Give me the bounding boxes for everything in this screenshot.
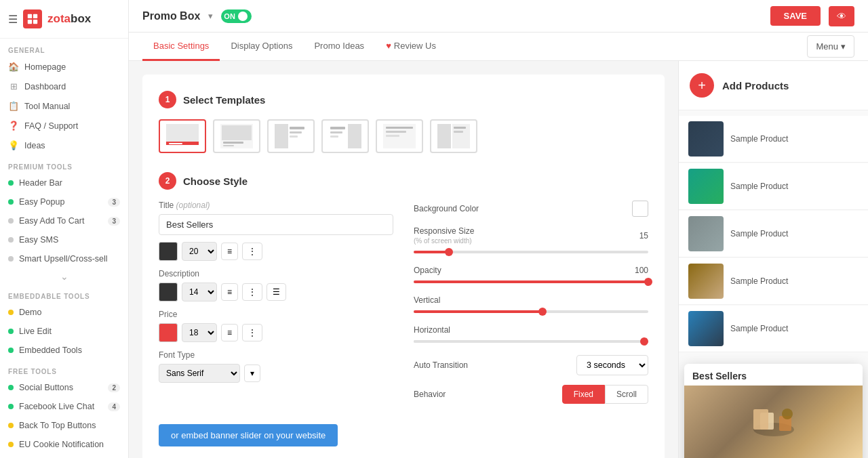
main-panel: 1 Select Templates — [129, 61, 678, 458]
template-5[interactable] — [376, 119, 423, 153]
dot-icon — [8, 199, 14, 205]
optional-label: (optional) — [176, 201, 210, 210]
svg-rect-6 — [169, 143, 182, 144]
desc-color-swatch[interactable] — [159, 283, 178, 301]
sidebar-item-label: Facebook Live Chat — [19, 402, 94, 411]
font-dropdown-btn[interactable]: ▾ — [244, 365, 260, 382]
price-font-size-select[interactable]: 18 — [182, 323, 217, 342]
sidebar-item-easy-popup[interactable]: Easy Popup3 — [0, 192, 128, 211]
two-column-layout: Title (optional) 20 ≡ ⋮ Description — [159, 201, 648, 413]
title-font-size-select[interactable]: 20 — [182, 242, 217, 261]
toggle-on[interactable]: ON — [221, 9, 252, 23]
font-type-select[interactable]: Sans Serif — [159, 364, 240, 383]
svg-rect-9 — [223, 142, 243, 144]
dropdown-arrow-icon[interactable]: ▾ — [208, 11, 213, 21]
see-more[interactable]: ⌄ — [0, 268, 128, 285]
chevron-down-icon: ⌄ — [60, 271, 68, 282]
sidebar-item-eu-cookie[interactable]: EU Cookie Notification — [0, 435, 128, 454]
desc-align-more-btn[interactable]: ⋮ — [242, 283, 262, 301]
menu-button[interactable]: Menu ▾ — [807, 35, 854, 58]
tab-promo-ideas[interactable]: Promo Ideas — [303, 33, 375, 61]
svg-rect-25 — [454, 127, 466, 129]
desc-align-left-btn[interactable]: ≡ — [221, 283, 238, 301]
tab-review-us[interactable]: ♥Review Us — [375, 33, 447, 61]
title-input[interactable] — [159, 214, 393, 235]
price-align-btn[interactable]: ≡ — [221, 324, 238, 341]
dot-icon — [8, 404, 14, 409]
desc-format-row: 14 ≡ ⋮ ☰ — [159, 283, 393, 301]
svg-rect-0 — [28, 14, 32, 18]
preview-button[interactable]: 👁 — [829, 6, 854, 26]
template-3[interactable] — [267, 119, 315, 153]
step2-title: Choose Style — [183, 175, 248, 187]
sidebar-item-dashboard[interactable]: ⊞Dashboard — [0, 77, 128, 96]
price-more-btn[interactable]: ⋮ — [242, 324, 262, 341]
sidebar-item-label: Easy Add To Cart — [19, 216, 84, 226]
desc-list-btn[interactable]: ☰ — [267, 283, 286, 301]
menu-label: Menu — [816, 41, 838, 51]
embed-button[interactable]: or embed banner slider on your website — [159, 424, 338, 446]
dot-icon — [8, 237, 14, 243]
template-1[interactable] — [159, 119, 206, 153]
preview-card: Best Sellers Sample Product $88 — [684, 364, 863, 458]
svg-rect-26 — [454, 131, 463, 133]
sidebar-item-label: Header Bar — [19, 178, 62, 188]
sidebar-item-header-bar[interactable]: Header Bar — [0, 173, 128, 192]
title-align-more-btn[interactable]: ⋮ — [242, 243, 262, 260]
vertical-row: Vertical — [414, 295, 648, 316]
right-column: Background Color Responsive Size(% of sc… — [414, 201, 648, 413]
auto-transition-select[interactable]: 3 seconds 5 seconds 10 seconds — [576, 355, 648, 375]
sidebar-item-homepage[interactable]: 🏠Homepage — [0, 57, 128, 77]
add-products-title: Add Products — [722, 80, 789, 91]
logo-text: zotabox — [47, 12, 91, 26]
content-area: 1 Select Templates — [129, 61, 868, 458]
title-color-swatch[interactable] — [159, 242, 178, 261]
sidebar-item-push-notif[interactable]: Push Notification — [0, 454, 128, 458]
svg-rect-16 — [330, 127, 345, 129]
step1-header: 1 Select Templates — [159, 91, 648, 108]
sidebar-item-faq[interactable]: ❓FAQ / Support — [0, 116, 128, 136]
sidebar-item-demo[interactable]: Demo — [0, 303, 128, 322]
sidebar-item-ideas[interactable]: 💡Ideas — [0, 136, 128, 155]
save-button[interactable]: SAVE — [770, 6, 821, 26]
toggle-label: ON — [224, 12, 235, 20]
opacity-slider-wrap[interactable] — [414, 278, 648, 286]
template-4[interactable] — [321, 119, 369, 153]
sidebar-item-back-to-top[interactable]: Back To Top Buttons — [0, 416, 128, 435]
dot-icon — [8, 310, 14, 315]
responsive-row: Responsive Size(% of screen width) 15 — [414, 226, 648, 256]
svg-rect-20 — [386, 127, 413, 129]
behavior-scroll-btn[interactable]: Scroll — [605, 385, 648, 404]
behavior-row: Behavior Fixed Scroll — [414, 385, 648, 404]
sidebar-item-easy-add[interactable]: Easy Add To Cart3 — [0, 211, 128, 230]
dot-icon — [8, 256, 14, 262]
svg-rect-8 — [222, 125, 252, 140]
sidebar-item-live-edit[interactable]: Live Edit — [0, 322, 128, 341]
behavior-fixed-btn[interactable]: Fixed — [562, 385, 605, 404]
template-2[interactable] — [213, 119, 260, 153]
price-color-swatch[interactable] — [159, 323, 178, 342]
sidebar-item-label: FAQ / Support — [24, 121, 78, 131]
sidebar-item-easy-sms[interactable]: Easy SMS — [0, 230, 128, 249]
sidebar-item-social[interactable]: Social Buttons2 — [0, 378, 128, 397]
tab-display-options[interactable]: Display Options — [220, 33, 303, 61]
bg-color-swatch[interactable] — [632, 201, 648, 217]
sidebar-item-smart-upsell[interactable]: Smart Upsell/Cross-sell — [0, 249, 128, 268]
svg-rect-17 — [330, 131, 342, 133]
template-6[interactable] — [430, 119, 477, 153]
sidebar-item-facebook-live[interactable]: Facebook Live Chat4 — [0, 397, 128, 416]
horizontal-slider-wrap[interactable] — [414, 337, 648, 346]
tab-basic-settings[interactable]: Basic Settings — [142, 33, 220, 61]
dot-icon — [8, 180, 14, 186]
dot-icon — [8, 423, 14, 428]
sidebar-item-embedded-tools[interactable]: Embedded Tools — [0, 341, 128, 360]
responsive-slider-wrap[interactable] — [414, 248, 648, 256]
desc-font-size-select[interactable]: 14 — [182, 283, 217, 301]
hamburger-icon[interactable]: ☰ — [8, 13, 18, 26]
sidebar-item-label: Tool Manual — [24, 102, 70, 111]
vertical-slider-wrap[interactable] — [414, 308, 648, 316]
sidebar-item-tool-manual[interactable]: 📋Tool Manual — [0, 96, 128, 116]
title-align-left-btn[interactable]: ≡ — [221, 243, 238, 260]
add-products-button[interactable]: + — [690, 73, 714, 98]
sidebar: ☰ zotabox GENERAL 🏠Homepage ⊞Dashboard 📋… — [0, 0, 129, 458]
